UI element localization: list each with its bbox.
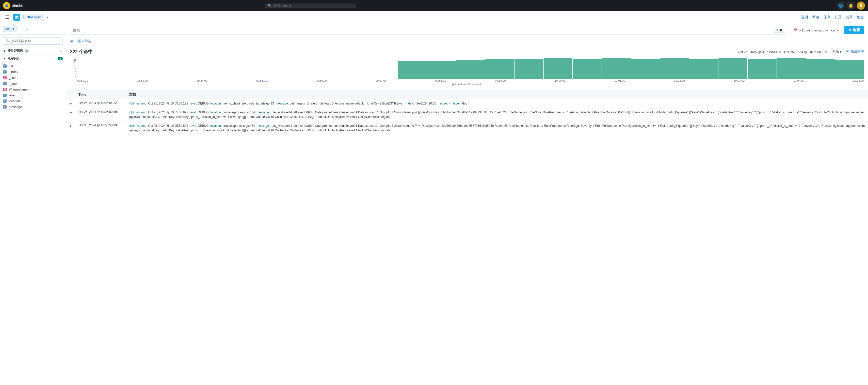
doc-cell-0: @timestamp: Oct 25, 2024 @ 10:05:56.128 … [126, 99, 868, 108]
row-expand-button-2[interactable]: ▶ [69, 124, 72, 128]
time-cell-1: Oct 25, 2024 @ 10:05:50.893 [75, 108, 126, 121]
open-button[interactable]: 打开 [835, 15, 842, 20]
nav-icons: 🌐 🔔 E [837, 2, 865, 10]
histogram-bar [602, 58, 631, 79]
sidebar-icon-group: ⋯ ⇌ [18, 26, 30, 31]
field-item-index[interactable]: t _index [0, 69, 66, 75]
field-item-score[interactable]: # _score [0, 75, 66, 81]
add-filter-label: + 添加筛选 [75, 39, 91, 43]
auto-chevron: ▾ [840, 50, 842, 54]
field-search-input[interactable] [11, 39, 60, 43]
nav-actions: 选项 新建 保存 打开 共享 检查 [801, 15, 864, 20]
query-input-wrap[interactable]: KQL [70, 26, 788, 34]
globe-icon[interactable]: 🌐 [837, 2, 845, 10]
histogram-bar [515, 59, 544, 79]
time-cell-2: Oct 25, 2024 @ 10:05:50.893 [75, 121, 126, 135]
field-type-badge-timestamp: @ [3, 88, 7, 91]
histogram-canvas [77, 58, 864, 79]
chart-header: 322 个命中 Oct 25, 2024 @ 09:51:00.185 - Oc… [66, 45, 868, 58]
add-filter-button[interactable]: + 添加筛选 [75, 39, 91, 43]
discover-chevron-button[interactable]: ▾ [47, 15, 49, 19]
date-range-text: Oct 25, 2024 @ 09:51:00.185 - Oct 25, 20… [738, 50, 827, 54]
auto-select-button[interactable]: 自动 ▾ [830, 48, 844, 55]
top-navigation: elastic 🔍 🌐 🔔 E [0, 0, 868, 11]
field-name-index: _index [9, 70, 18, 74]
histogram-x-axis: 09:52:00 09:53:00 09:54:00 09:55:00 09:5… [77, 79, 864, 82]
refresh-button[interactable]: ↻ 刷新 [844, 26, 864, 34]
save-button[interactable]: 保存 [823, 15, 830, 20]
chart-controls: Oct 25, 2024 @ 09:51:00.185 - Oct 25, 20… [738, 48, 864, 55]
app-badge: 默 [13, 14, 20, 21]
field-name-id: _id [9, 64, 13, 68]
y-axis-0: 0 [70, 74, 76, 77]
index-selector: n9e* ▾ ⋯ ⇌ [0, 23, 66, 35]
histogram-bar [748, 59, 777, 79]
user-avatar[interactable]: E [857, 2, 865, 10]
field-type-badge-score: # [3, 76, 7, 79]
field-list: t _id t _index # _score t _type @ @times… [0, 62, 66, 385]
field-search-wrap[interactable]: 🔍 [3, 37, 63, 45]
available-fields-chevron: ▼ [3, 57, 6, 60]
y-axis-20: 20 [70, 62, 76, 64]
elastic-logo[interactable]: elastic [3, 2, 23, 9]
hamburger-menu-button[interactable]: ☰ [4, 13, 10, 21]
kql-badge[interactable]: KQL [774, 28, 785, 33]
global-search-bar[interactable]: 🔍 [265, 4, 356, 8]
field-type-badge-location: t [3, 99, 7, 103]
histogram-bar [689, 59, 718, 79]
inspect-button[interactable]: 检查 [857, 15, 864, 20]
grid-icon-button[interactable]: ⋯ [18, 26, 24, 31]
type-filter-label: ▼ 按类型筛选 0 [3, 49, 29, 53]
field-name-timestamp: @timestamp [9, 88, 28, 91]
field-item-level[interactable]: t level [0, 92, 66, 98]
arrows-icon-button[interactable]: ⇌ [25, 26, 30, 31]
field-type-badge-type: t [3, 82, 7, 85]
svg-point-3 [6, 6, 8, 7]
query-input[interactable] [73, 28, 774, 32]
discover-button[interactable]: Discover [23, 14, 44, 20]
histogram-bar [660, 58, 689, 79]
type-filter-expand-icon: ⌄ [60, 49, 63, 53]
search-icon: 🔍 [268, 4, 272, 8]
time-picker-button[interactable]: 📅 ~ 15 minutes ago → now ▾ [790, 27, 842, 34]
sidebar: n9e* ▾ ⋯ ⇌ 🔍 ▼ 按类型筛选 0 ⌄ ▼ 可用字段 [0, 23, 66, 385]
field-item-message[interactable]: t message [0, 104, 66, 110]
main-layout: n9e* ▾ ⋯ ⇌ 🔍 ▼ 按类型筛选 0 ⌄ ▼ 可用字段 [0, 23, 868, 385]
results-table: Time ↓ 文档 ▶ Oct 25, 2024 @ 10:05:56.128 … [66, 90, 868, 135]
doc-col-header: 文档 [126, 90, 868, 99]
y-axis-10: 10 [70, 68, 76, 71]
histogram-bar [544, 58, 572, 79]
index-pattern-text: n9e* [5, 27, 12, 31]
global-search-input[interactable] [274, 4, 353, 8]
doc-cell-2: @timestamp: Oct 25, 2024 @ 10:05:50.893 … [126, 121, 868, 135]
histogram-bar [777, 58, 806, 79]
results-count: 322 个命中 [70, 49, 93, 55]
table-row: ▶ Oct 25, 2024 @ 10:05:50.893 @timestamp… [66, 121, 868, 135]
row-expand-button-0[interactable]: ▶ [69, 101, 72, 106]
row-expand-button-1[interactable]: ▶ [69, 110, 72, 115]
bell-icon[interactable]: 🔔 [847, 2, 855, 10]
index-pattern-chevron: ▾ [13, 27, 14, 31]
index-pattern-button[interactable]: n9e* ▾ [3, 26, 17, 32]
field-item-type[interactable]: t _type [0, 81, 66, 86]
time-sort-icon: ↓ [88, 93, 90, 96]
field-type-badge-message: t [3, 105, 7, 109]
time-col-header[interactable]: Time ↓ [75, 90, 126, 99]
auto-label: 自动 [832, 49, 839, 54]
elastic-text: elastic [12, 3, 23, 8]
options-button[interactable]: 选项 [801, 15, 808, 20]
field-item-timestamp[interactable]: @ @timestamp [0, 86, 66, 92]
calendar-icon: 📅 [793, 28, 797, 32]
share-button[interactable]: 共享 [846, 15, 853, 20]
histogram-label: @timestamp/30 seconds [70, 82, 864, 88]
fields-count-badge: 8 [58, 57, 63, 60]
field-item-location[interactable]: t location [0, 98, 66, 104]
hide-chart-button[interactable]: 👁 隐藏图表 [846, 49, 864, 54]
filter-icon-button[interactable]: ⊕ [70, 39, 73, 43]
field-name-level: level [9, 93, 16, 97]
field-item-id[interactable]: t _id [0, 63, 66, 69]
histogram-bar [456, 60, 485, 79]
new-button[interactable]: 新建 [812, 15, 819, 20]
content-area: KQL 📅 ~ 15 minutes ago → now ▾ ↻ 刷新 ⊕ + … [66, 23, 868, 385]
histogram-bar [718, 58, 747, 79]
